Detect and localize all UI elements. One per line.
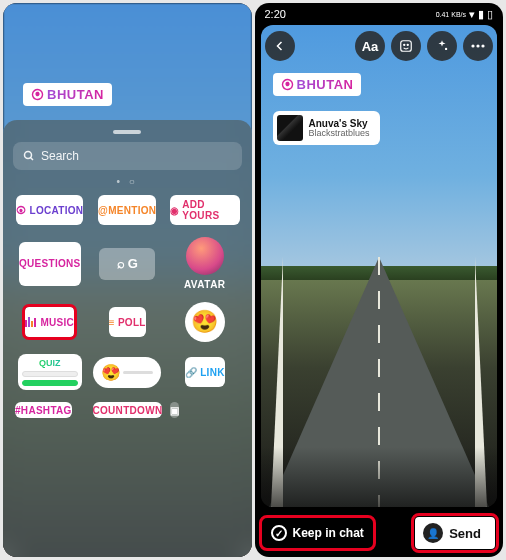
gallery-icon: ▣ [170,405,179,416]
location-pin-icon: ⦿ [281,77,294,92]
chevron-left-icon [274,40,286,52]
svg-rect-3 [28,317,30,327]
sticker-poll[interactable]: ≡POLL [109,307,146,337]
editor-bottom-bar: ✓ Keep in chat 👤 Send [255,509,504,557]
sticker-hashtag[interactable]: #HASHTAG [15,402,72,418]
location-pin-icon: ⦿ [16,205,26,216]
story-canvas[interactable] [261,25,498,507]
wifi-icon: ▾ [469,8,475,21]
music-artist: Blackstratblues [309,129,370,139]
status-time: 2:20 [265,8,286,20]
dashboard-reflection [261,447,498,507]
sticker-search-input[interactable]: Search [13,142,242,170]
sticker-link[interactable]: 🔗LINK [185,357,225,387]
svg-point-9 [445,48,447,50]
search-placeholder: Search [41,149,79,163]
recipient-avatar-icon: 👤 [423,523,443,543]
more-icon [471,44,485,48]
slider-track [123,371,153,374]
location-pin-icon: ⦿ [31,87,44,102]
right-phone: 2:20 0.41 KB/s ▾ ▮ ▯ Aa [255,3,504,557]
sparkle-icon [435,39,449,53]
music-title: Anuva's Sky [309,118,370,129]
battery-icon: ▯ [487,8,493,21]
status-net: 0.41 KB/s [436,11,466,18]
svg-point-7 [404,44,405,45]
back-button[interactable] [265,31,295,61]
more-button[interactable] [463,31,493,61]
svg-point-8 [407,44,408,45]
status-bar: 2:20 0.41 KB/s ▾ ▮ ▯ [255,3,504,25]
signal-icon: ▮ [478,8,484,21]
drawer-handle-icon[interactable] [113,130,141,134]
sticker-countdown[interactable]: COUNTDOWN [93,402,163,418]
keep-in-chat-button[interactable]: ✓ Keep in chat [263,519,372,547]
editor-top-bar: Aa [265,31,494,61]
sticker-quiz[interactable]: QUIZ [18,354,82,390]
sticker-tool-button[interactable] [391,31,421,61]
sticker-emoji-heart-eyes[interactable]: 😍 [185,302,225,342]
location-sticker[interactable]: ⦿ BHUTAN [23,83,112,106]
page-indicator: • ○ [13,176,242,187]
sticker-add-yours[interactable]: ◉ADD YOURS [170,195,240,225]
camera-icon: ◉ [170,205,179,216]
svg-rect-6 [401,41,412,52]
sticker-grid: ⦿LOCATION @MENTION ◉ADD YOURS QUESTIONS … [13,189,242,418]
svg-point-10 [471,44,474,47]
svg-rect-4 [31,321,33,327]
sticker-icon [399,39,413,53]
svg-rect-2 [25,320,27,327]
effects-button[interactable] [427,31,457,61]
location-sticker[interactable]: ⦿ BHUTAN [273,73,362,96]
svg-point-0 [25,152,32,159]
music-sticker[interactable]: Anuva's Sky Blackstratblues [273,111,380,145]
sticker-drawer[interactable]: Search • ○ ⦿LOCATION @MENTION ◉ADD YOURS… [3,120,252,557]
sticker-gif[interactable]: ⌕G [99,248,155,280]
sticker-questions[interactable]: QUESTIONS [19,242,81,286]
location-text: BHUTAN [297,77,354,92]
music-bars-icon [25,317,37,327]
send-button[interactable]: 👤 Send [415,517,495,549]
poll-icon: ≡ [109,317,115,328]
svg-line-1 [31,158,34,161]
sky [261,25,498,276]
svg-rect-5 [34,318,36,327]
sticker-mention[interactable]: @MENTION [98,195,156,225]
sticker-gallery[interactable]: ▣ [170,402,179,418]
sticker-location[interactable]: ⦿LOCATION [16,195,83,225]
text-tool-button[interactable]: Aa [355,31,385,61]
left-phone: 2:19 0.24 KB/s ▾ ▮ ▯ ⦿ BHUTAN Search • ○… [3,3,252,557]
album-art [277,115,303,141]
sticker-avatar[interactable]: AVATAR [170,237,240,290]
svg-point-12 [481,44,484,47]
sticker-emoji-slider[interactable]: 😍 [93,357,161,388]
sticker-music[interactable]: MUSIC [25,307,74,337]
check-circle-icon: ✓ [271,525,287,541]
location-text: BHUTAN [47,87,104,102]
avatar-image [186,237,224,275]
search-icon: ⌕ [117,256,125,271]
search-icon [23,150,35,162]
link-icon: 🔗 [185,367,197,378]
svg-point-11 [476,44,479,47]
